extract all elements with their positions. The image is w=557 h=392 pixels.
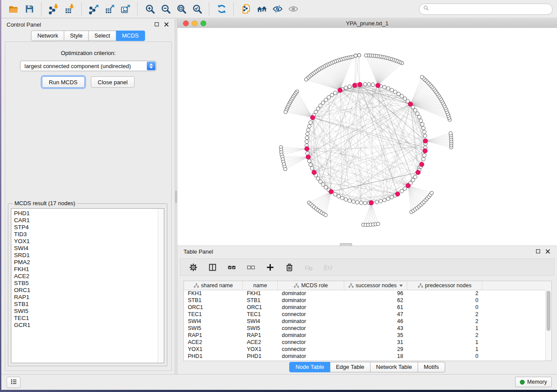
mcds-result-item[interactable]: PMA2: [14, 259, 164, 266]
search-box[interactable]: [419, 3, 553, 15]
tab-motifs[interactable]: Motifs: [418, 362, 445, 372]
hub-node[interactable]: [338, 88, 342, 93]
delete-column-button[interactable]: [284, 261, 295, 273]
hub-node[interactable]: [358, 83, 362, 87]
hub-node[interactable]: [395, 192, 400, 196]
toggle-column-panel-button[interactable]: [207, 261, 218, 273]
refresh-network-button[interactable]: [214, 2, 229, 17]
hub-node[interactable]: [416, 170, 420, 175]
column-header-shared-name[interactable]: shared name: [184, 281, 243, 290]
hub-node[interactable]: [304, 147, 309, 151]
add-column-button[interactable]: [264, 261, 276, 273]
hub-node[interactable]: [406, 183, 410, 188]
tab-node-table[interactable]: Node Table: [289, 362, 330, 372]
optimization-criterion-select[interactable]: largest connected component (undirected): [20, 61, 156, 71]
import-table-button[interactable]: [62, 2, 77, 17]
tab-edge-table[interactable]: Edge Table: [330, 362, 370, 372]
column-header-name[interactable]: name: [243, 281, 278, 290]
table-row[interactable]: YOX1YOX1connector291: [184, 346, 546, 353]
save-session-button[interactable]: [21, 2, 37, 17]
table-row[interactable]: ACE2ACE2connector311: [184, 339, 546, 346]
task-history-button[interactable]: [7, 377, 21, 388]
network-canvas[interactable]: [177, 28, 557, 245]
mcds-result-item[interactable]: CAR1: [14, 217, 164, 224]
tab-style[interactable]: Style: [64, 31, 89, 41]
table-row[interactable]: SWI4SWI4dominator462: [184, 318, 546, 325]
hub-node[interactable]: [329, 189, 333, 194]
hub-node[interactable]: [408, 102, 412, 106]
mcds-result-item[interactable]: RAP1: [14, 294, 164, 301]
table-row[interactable]: TEC1TEC1connector472: [184, 311, 546, 318]
mcds-result-item[interactable]: GCR1: [14, 322, 164, 329]
vertical-splitter-handle[interactable]: [175, 191, 177, 203]
column-header-mcds-role[interactable]: MCDS role: [278, 281, 344, 290]
column-header-predecessor-nodes[interactable]: predecessor nodes: [407, 281, 482, 290]
mcds-result-item[interactable]: STP4: [14, 224, 164, 231]
mcds-result-item[interactable]: SWI4: [14, 245, 164, 252]
table-row[interactable]: SWI5SWI5connector431: [184, 325, 546, 332]
hub-node[interactable]: [423, 139, 428, 143]
mcds-result-item[interactable]: STB1: [14, 301, 164, 308]
open-ndex-button[interactable]: [254, 2, 270, 17]
tab-mcds[interactable]: MCDS: [116, 31, 145, 41]
mcds-result-item[interactable]: SWI5: [14, 308, 164, 315]
zoom-fit-button[interactable]: [173, 2, 189, 17]
export-network-button[interactable]: [86, 2, 102, 17]
hub-node[interactable]: [423, 148, 427, 153]
mcds-result-item[interactable]: STB5: [14, 280, 164, 287]
export-table-button[interactable]: [102, 2, 118, 17]
tab-network[interactable]: Network: [31, 31, 64, 41]
mcds-result-item[interactable]: ACE2: [14, 273, 164, 280]
hub-node[interactable]: [311, 115, 315, 120]
tab-select[interactable]: Select: [89, 31, 116, 41]
hub-node[interactable]: [369, 200, 374, 205]
table-row[interactable]: RAP1RAP1dominator352: [184, 332, 546, 339]
close-table-panel-icon[interactable]: [545, 248, 551, 254]
search-input[interactable]: [432, 5, 549, 13]
toolbar-separator: [137, 3, 138, 16]
column-header-successor-nodes[interactable]: successor nodes: [344, 281, 407, 290]
table-scrollbar-thumb[interactable]: [547, 291, 550, 331]
mcds-result-item[interactable]: PHD1: [14, 210, 164, 217]
hub-node[interactable]: [353, 83, 357, 87]
network-window-titlebar[interactable]: YPA_prune.txt_1: [177, 19, 557, 28]
mcds-result-item[interactable]: YOX1: [14, 238, 164, 245]
close-panel-icon[interactable]: [163, 21, 170, 28]
table-row[interactable]: PHD1PHD1dominator180: [184, 353, 546, 360]
mcds-result-item[interactable]: SRD1: [14, 252, 164, 259]
zoom-in-button[interactable]: [142, 2, 158, 17]
close-panel-button[interactable]: Close panel: [91, 76, 135, 88]
export-image-button[interactable]: [118, 2, 133, 17]
import-network-button[interactable]: [46, 2, 62, 17]
table-row[interactable]: ORC1ORC1dominator610: [184, 304, 546, 311]
hub-node[interactable]: [312, 170, 316, 175]
zoom-selected-button[interactable]: [189, 2, 205, 17]
hide-all-columns-button[interactable]: [245, 261, 256, 273]
table-settings-button[interactable]: [187, 261, 199, 273]
float-table-panel-icon[interactable]: [535, 248, 541, 254]
mcds-result-list[interactable]: PHD1CAR1STP4TID3YOX1SWI4SRD1PMA2FKH1ACE2…: [11, 208, 164, 363]
show-all-columns-button[interactable]: [226, 261, 237, 273]
table-row[interactable]: STB1STB1dominator620: [184, 297, 546, 304]
mcds-result-item[interactable]: ORC1: [14, 287, 164, 294]
run-mcds-button[interactable]: Run MCDS: [42, 76, 85, 88]
mcds-result-scrollbar[interactable]: [158, 209, 164, 363]
open-session-button[interactable]: [6, 2, 21, 17]
clone-network-button[interactable]: [238, 2, 254, 17]
hide-graphics-details-button[interactable]: [270, 2, 285, 17]
memory-button[interactable]: Memory: [515, 377, 552, 387]
tab-network-table[interactable]: Network Table: [370, 362, 418, 372]
namespace-icon: [418, 283, 423, 289]
mcds-result-item[interactable]: TID3: [14, 231, 164, 238]
hub-node[interactable]: [419, 162, 424, 166]
table-row[interactable]: FKH1FKH1dominator962: [184, 290, 546, 297]
zoom-out-button[interactable]: [158, 2, 173, 17]
mcds-result-item[interactable]: FKH1: [14, 266, 164, 273]
mcds-result-item[interactable]: TEC1: [14, 315, 164, 322]
hub-node[interactable]: [376, 83, 380, 88]
float-panel-icon[interactable]: [154, 21, 160, 28]
table-scrollbar[interactable]: [545, 290, 551, 361]
hub-node[interactable]: [306, 155, 310, 159]
network-graph[interactable]: [177, 28, 557, 245]
table-cell: 0: [407, 304, 482, 311]
